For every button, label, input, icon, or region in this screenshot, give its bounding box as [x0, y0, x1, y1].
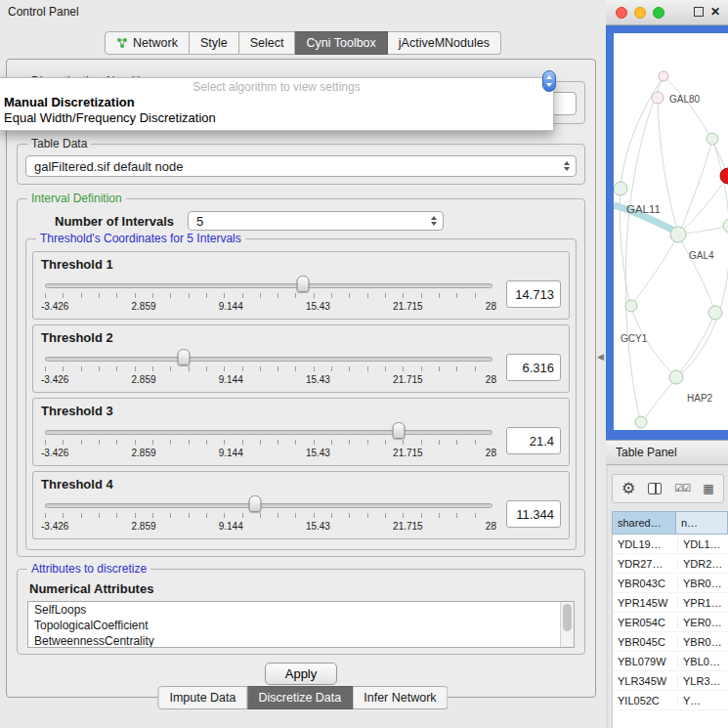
slider-thumb[interactable]: [177, 349, 190, 365]
column-header-name[interactable]: n…: [676, 511, 728, 535]
table-cell[interactable]: YPR1…: [677, 597, 728, 609]
table-toolbar: ⚙ ☑☑ ▦: [612, 474, 724, 503]
threshold-3-value[interactable]: 21.4: [506, 427, 561, 454]
table-cell[interactable]: YDL1…: [677, 538, 728, 550]
numerical-attributes-label: Numerical Attributes: [29, 581, 577, 596]
scale-tick-label: 21.715: [393, 521, 423, 550]
table-row[interactable]: YER054CYER0…: [613, 613, 728, 632]
table-row[interactable]: YIL052CY…: [613, 691, 728, 710]
table-row[interactable]: YBL079WYBL0…: [613, 652, 728, 671]
network-canvas[interactable]: GAL80GAL11GAL4GCY1HAP2: [614, 33, 728, 430]
select-all-icon[interactable]: ☑☑: [674, 484, 690, 493]
threshold-2-slider[interactable]: -3.4262.8599.14415.4321.71528: [41, 346, 496, 389]
threshold-2-block: Threshold 2 -3.4262.8599.14415.4321.7152…: [32, 324, 570, 393]
grid-icon[interactable]: ▦: [703, 483, 713, 494]
network-node-hap2[interactable]: [669, 370, 683, 384]
splitter-collapse-icon[interactable]: ◀: [597, 352, 604, 362]
table-cell[interactable]: YER054C: [613, 617, 677, 628]
tab-jactivemnodules[interactable]: jActiveMNodules: [388, 31, 501, 55]
table-cell[interactable]: YBR043C: [613, 578, 677, 589]
table-row[interactable]: YDR27…YDR2…: [613, 554, 728, 574]
tab-discretize-data[interactable]: Discretize Data: [248, 686, 354, 709]
slider-thumb[interactable]: [249, 495, 262, 512]
tab-select[interactable]: Select: [239, 31, 296, 55]
table-cell[interactable]: YBR0…: [677, 636, 728, 648]
table-cell[interactable]: YLR3…: [677, 675, 728, 687]
threshold-4-slider[interactable]: -3.4262.8599.14415.4321.71528: [41, 492, 496, 535]
table-cell[interactable]: YDL19…: [613, 538, 677, 550]
tab-network[interactable]: Network: [105, 31, 190, 55]
threshold-1-slider[interactable]: -3.4262.8599.14415.4321.71528: [41, 273, 496, 316]
table-cell[interactable]: YER0…: [677, 617, 728, 628]
threshold-4-block: Threshold 4 -3.4262.8599.14415.4321.7152…: [32, 471, 570, 539]
network-node[interactable]: [659, 71, 668, 81]
columns-icon[interactable]: [648, 483, 662, 494]
table-row[interactable]: YBR043CYBR0…: [613, 574, 728, 593]
number-of-intervals-combo[interactable]: 5: [188, 211, 444, 231]
scale-tick-label: 15.43: [306, 374, 330, 404]
apply-button[interactable]: Apply: [265, 663, 338, 685]
control-panel-titlebar: Control Panel: [0, 0, 606, 23]
table-cell[interactable]: YPR145W: [613, 597, 677, 609]
table-row[interactable]: YLR345WYLR3…: [613, 671, 728, 691]
table-cell[interactable]: YDR27…: [613, 558, 677, 570]
table-cell[interactable]: YBL0…: [677, 656, 728, 667]
network-node[interactable]: [707, 133, 718, 145]
slider-thumb[interactable]: [392, 422, 405, 439]
table-cell[interactable]: YBR0…: [677, 578, 728, 589]
network-node-gal80[interactable]: [652, 92, 664, 104]
scale-tick-label: 9.144: [219, 374, 243, 404]
table-cell[interactable]: YBR045C: [613, 636, 677, 648]
tab-impute-data[interactable]: Impute Data: [157, 686, 247, 709]
attribute-list-item[interactable]: BetweennessCentrality: [28, 633, 574, 648]
dropdown-option-manual[interactable]: Manual Discretization: [0, 95, 553, 110]
thresholds-group: Threshold's Coordinates for 5 Intervals …: [25, 238, 577, 550]
network-node[interactable]: [708, 306, 722, 320]
scale-tick-label: -3.426: [41, 448, 68, 477]
network-node[interactable]: [723, 219, 728, 233]
table-row[interactable]: YDL19…YDL1…: [613, 535, 728, 554]
thresholds-group-label: Threshold's Coordinates for 5 Intervals: [36, 232, 245, 245]
close-panel-icon[interactable]: ✕: [710, 5, 720, 19]
attribute-list-item[interactable]: TopologicalCoefficient: [28, 618, 574, 633]
close-traffic-light-icon[interactable]: [616, 7, 627, 19]
table-row[interactable]: YPR145WYPR1…: [613, 593, 728, 613]
network-node-gcy1[interactable]: [625, 300, 637, 312]
threshold-1-value[interactable]: 14.713: [506, 280, 561, 308]
column-header-shared[interactable]: shared…: [612, 511, 676, 535]
cyni-bottom-tabs: Impute Data Discretize Data Infer Networ…: [157, 686, 448, 709]
list-scrollbar[interactable]: [560, 602, 574, 647]
zoom-traffic-light-icon[interactable]: [653, 7, 664, 19]
tab-infer-network[interactable]: Infer Network: [353, 686, 448, 709]
slider-thumb[interactable]: [297, 276, 310, 292]
cyni-toolbox-panel: Discretization Algorith Select algorithm…: [6, 59, 596, 698]
threshold-4-value[interactable]: 11.344: [506, 500, 561, 528]
threshold-3-slider[interactable]: -3.4262.8599.14415.4321.71528: [41, 419, 496, 462]
scale-tick-label: 21.715: [393, 374, 423, 404]
table-cell[interactable]: YLR345W: [613, 675, 677, 687]
attributes-listbox[interactable]: SelfLoopsTopologicalCoefficientBetweenne…: [27, 601, 575, 648]
scale-tick-label: 28: [486, 301, 496, 330]
network-node[interactable]: [635, 416, 647, 428]
table-data-combo[interactable]: galFiltered.sif default node: [25, 155, 577, 177]
gear-icon[interactable]: ⚙: [621, 481, 635, 496]
table-row[interactable]: YBR045CYBR0…: [613, 632, 728, 652]
network-node-gal4[interactable]: [670, 227, 686, 242]
table-cell[interactable]: YIL052C: [613, 695, 677, 707]
network-node-gal11[interactable]: [614, 182, 627, 195]
tab-cyni-toolbox[interactable]: Cyni Toolbox: [295, 31, 387, 55]
scrollbar-thumb[interactable]: [563, 604, 572, 631]
tab-style[interactable]: Style: [190, 31, 239, 55]
network-edges: [614, 76, 728, 421]
table-cell[interactable]: Y…: [677, 695, 728, 707]
scale-tick-label: 28: [486, 374, 496, 404]
minimize-traffic-light-icon[interactable]: [634, 7, 646, 19]
attribute-list-item[interactable]: SelfLoops: [28, 602, 574, 618]
dropdown-option-equal-width[interactable]: Equal Width/Frequency Discretization: [0, 110, 553, 126]
threshold-2-value[interactable]: 6.316: [506, 354, 561, 381]
dropdown-hint: Select algorithm to view settings: [0, 80, 553, 95]
algorithm-combo-stepper-icon[interactable]: [542, 70, 556, 92]
table-cell[interactable]: YBL079W: [613, 656, 677, 667]
float-panel-icon[interactable]: [694, 7, 704, 17]
table-cell[interactable]: YDR2…: [677, 558, 728, 570]
